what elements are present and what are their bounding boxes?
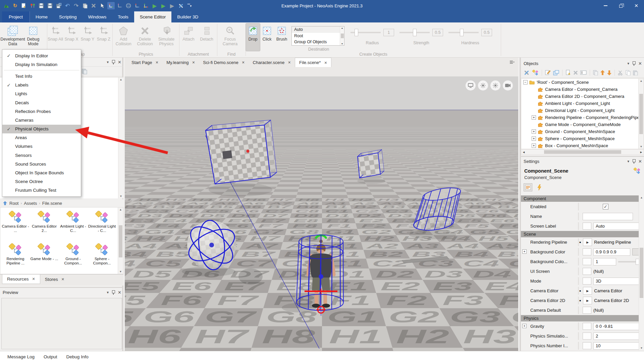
menu-item-display-in-editor[interactable]: ✓Display In Editor <box>2 51 81 60</box>
move-up-icon[interactable] <box>600 70 605 75</box>
close-tab-icon[interactable]: ✕ <box>192 60 195 64</box>
slider-track[interactable] <box>351 32 381 33</box>
menu-item-display-in-simulation[interactable]: Display In Simulation <box>2 60 81 69</box>
menu-item-decals[interactable]: Decals <box>2 98 81 107</box>
detach-button[interactable]: Detach <box>198 23 216 51</box>
tree-item[interactable]: +Sphere - Component_MeshInSpace <box>521 135 644 142</box>
tools-icon[interactable] <box>177 2 184 9</box>
scene-tab[interactable]: Character.scene✕ <box>249 58 295 67</box>
small-box-object[interactable] <box>358 149 384 178</box>
brightness-icon[interactable] <box>478 80 488 90</box>
asset-tile[interactable]: Rendering Pipeline ... <box>1 241 30 274</box>
close-tab-icon[interactable]: ✕ <box>61 277 64 282</box>
menu-item-reflection-probes[interactable]: Reflection Probes <box>2 107 81 116</box>
ribbon-tab-project[interactable]: Project <box>2 11 30 22</box>
tree-item[interactable]: +Rendering Pipeline - Component_Renderin… <box>521 114 644 121</box>
ribbon-tab-builder-3d[interactable]: Builder 3D <box>171 11 204 22</box>
panel-tab-stores[interactable]: Stores✕ <box>40 275 69 284</box>
slider-handle[interactable] <box>355 29 358 36</box>
up-level-icon[interactable] <box>3 201 7 205</box>
markers-icon[interactable] <box>29 2 36 9</box>
default-value-box[interactable] <box>583 258 591 265</box>
display-mode-icon[interactable] <box>466 80 476 90</box>
open-in-window-icon[interactable] <box>553 70 559 75</box>
default-value-box[interactable] <box>583 268 591 275</box>
property-input[interactable]: 10 <box>593 342 639 350</box>
copy-icon[interactable] <box>626 70 631 75</box>
menu-item-text-info[interactable]: Text Info <box>2 72 81 80</box>
tree-item[interactable]: Camera Editor - Component_Camera <box>521 86 644 93</box>
menu-item-labels[interactable]: ✓Labels <box>2 81 81 89</box>
default-value-box[interactable] <box>583 278 591 285</box>
play-solution-icon[interactable]: ▶ <box>151 2 158 9</box>
move-tool-icon[interactable] <box>107 2 115 9</box>
resources-scrollbar[interactable]: ▲▼ <box>118 207 123 274</box>
scene-viewport[interactable]: A6A7A8A1A2A3H5H6H7H8H1H2H3H4G5G6G7G8G1G2… <box>125 76 518 351</box>
destination-scrollbar[interactable]: ▲▼ <box>340 26 344 45</box>
events-tab-icon[interactable] <box>535 183 544 191</box>
slider-handle[interactable] <box>413 29 417 36</box>
transform-tool-icon[interactable] <box>142 2 150 9</box>
destination-option[interactable]: Group Of Objects <box>292 39 344 45</box>
snap-y-button[interactable]: Snap Y <box>79 23 96 51</box>
slider-track[interactable] <box>399 32 430 33</box>
pin-icon[interactable] <box>632 61 635 66</box>
camera-icon[interactable] <box>503 80 513 90</box>
slider-track[interactable] <box>448 32 479 33</box>
destination-option[interactable]: Auto <box>292 26 344 33</box>
destination-listbox[interactable]: AutoRootGroup Of Objects ▲▼ <box>291 26 344 46</box>
tree-item[interactable]: Ambient Light - Component_Light <box>521 100 644 107</box>
development-data-button[interactable]: Development Data <box>2 23 23 51</box>
asset-tile[interactable]: Game Mode - ... <box>30 241 59 274</box>
paste-icon[interactable] <box>633 70 638 75</box>
menu-item-physical-objects[interactable]: ✓Physical Objects <box>2 125 81 133</box>
default-value-box[interactable] <box>583 248 591 255</box>
save-all-icon[interactable] <box>46 2 54 9</box>
menu-item-sensors[interactable]: Sensors <box>2 151 81 160</box>
delete-object-icon[interactable] <box>573 70 578 75</box>
panel-menu-icon[interactable]: ▾ <box>628 61 630 66</box>
tree-expander-icon[interactable]: + <box>532 129 536 134</box>
tree-item[interactable]: Camera Editor 2D - Component_Camera <box>521 93 644 100</box>
snap-all-button[interactable]: Snap All <box>47 23 63 51</box>
asset-tile[interactable]: Camera Editor 2... <box>30 209 59 241</box>
customize-toolbar-icon[interactable]: ▔▾ <box>186 2 193 9</box>
tree-expander-icon[interactable]: − <box>523 80 528 84</box>
default-value-box[interactable] <box>583 307 591 314</box>
click-button[interactable]: Click <box>260 23 274 51</box>
tree-item[interactable]: +Box - Component_MeshInSpace <box>521 142 644 149</box>
status-tab-output[interactable]: Output <box>44 354 57 359</box>
save-as-icon[interactable] <box>55 2 62 9</box>
lighting-icon[interactable] <box>490 80 500 90</box>
close-panel-icon[interactable]: ✕ <box>118 290 121 295</box>
delete-collision-button[interactable]: Delete Collision <box>134 23 156 51</box>
menu-item-scene-octree[interactable]: Scene Octree <box>2 177 81 186</box>
tree-expander-icon[interactable]: + <box>532 136 536 141</box>
close-tab-icon[interactable]: ✕ <box>32 277 35 281</box>
close-panel-icon[interactable]: ✕ <box>118 60 121 65</box>
property-input[interactable] <box>583 213 633 220</box>
close-tab-icon[interactable]: ✕ <box>288 60 291 64</box>
attach-button[interactable]: Attach <box>179 23 198 51</box>
sync-project-icon[interactable]: ↻ <box>11 2 19 9</box>
close-tab-icon[interactable]: ✕ <box>324 61 327 65</box>
scene-tab[interactable]: My.learning✕ <box>162 58 199 67</box>
scene-tab[interactable]: Sci-fi Demo.scene✕ <box>199 58 249 67</box>
objects-tree-vscroll[interactable]: ▲▼ <box>638 79 644 149</box>
menu-item-lights[interactable]: Lights <box>2 89 81 98</box>
close-panel-icon[interactable]: ✕ <box>638 159 642 164</box>
close-tab-icon[interactable]: ✕ <box>242 60 245 64</box>
ribbon-tab-scene-editor[interactable]: Scene Editor <box>134 11 171 22</box>
expand-property-icon[interactable]: + <box>522 324 527 328</box>
property-input[interactable]: 2 <box>593 333 639 340</box>
asset-tile[interactable]: Camera Editor - ... <box>1 209 30 241</box>
status-tab-message-log[interactable]: Message Log <box>7 354 35 359</box>
tab-list-icon[interactable] <box>509 60 515 65</box>
undo-icon[interactable]: ↶ <box>64 2 71 9</box>
tree-item[interactable]: −'Root' - Component_Scene <box>521 79 644 86</box>
rotate-sphere-tool-icon[interactable] <box>125 2 132 9</box>
menu-item-sound-sources[interactable]: Sound Sources <box>2 160 81 168</box>
close-panel-icon[interactable]: ✕ <box>638 61 642 66</box>
move-down-icon[interactable] <box>607 70 611 75</box>
property-checkbox[interactable]: ✓ <box>603 204 608 209</box>
